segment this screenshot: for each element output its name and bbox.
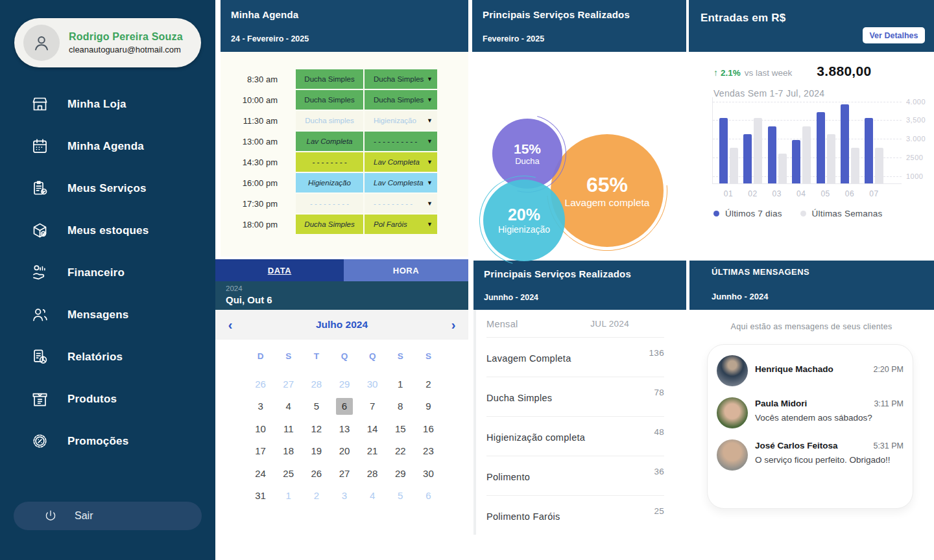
sidebar-item-meus-estoques[interactable]: Meus estoques bbox=[0, 209, 215, 251]
calendar-day[interactable]: 29 bbox=[330, 373, 358, 395]
bar-ultimos-7-dias bbox=[768, 126, 776, 183]
calendar-day[interactable]: 10 bbox=[246, 417, 274, 440]
services-period-row: Mensal JUL 2024 bbox=[486, 310, 664, 338]
agenda-slot-dropdown[interactable]: Ducha Simples▼ bbox=[365, 90, 437, 110]
entradas-title: Entradas em R$ bbox=[700, 12, 785, 25]
calendar-day[interactable]: 5 bbox=[302, 395, 330, 418]
sidebar-item-minha-loja[interactable]: Minha Loja bbox=[0, 83, 215, 125]
calendar-day[interactable]: 16 bbox=[414, 417, 442, 440]
agenda-slot-dropdown[interactable]: - - - - - - - - -▼ bbox=[365, 194, 437, 213]
calendar-day[interactable]: 25 bbox=[274, 462, 302, 485]
bar-ultimas-semanas bbox=[754, 118, 762, 183]
agenda-slot-left[interactable]: Higienização bbox=[296, 173, 363, 192]
sidebar-menu: Minha LojaMinha AgendaMeus ServiçosMeus … bbox=[0, 83, 215, 462]
legend-dot bbox=[713, 211, 719, 216]
calendar-day[interactable]: 8 bbox=[387, 395, 414, 418]
calendar-day[interactable]: 6 bbox=[414, 485, 442, 508]
calendar-day[interactable]: 4 bbox=[359, 485, 387, 508]
calendar-day[interactable]: 23 bbox=[414, 440, 442, 463]
agenda-slot-left[interactable]: Ducha Simples bbox=[296, 69, 363, 89]
calendar-day[interactable]: 3 bbox=[330, 485, 358, 508]
calendar-day[interactable]: 3 bbox=[246, 395, 274, 418]
day-number: 26 bbox=[252, 375, 269, 392]
calendar-day[interactable]: 14 bbox=[359, 417, 387, 440]
agenda-slot-left[interactable]: Lav Completa bbox=[296, 132, 363, 151]
calendar-day[interactable]: 5 bbox=[387, 485, 414, 508]
calendar-day[interactable]: 22 bbox=[387, 440, 414, 463]
agenda-slot-dropdown[interactable]: Ducha Simples▼ bbox=[365, 69, 437, 89]
message-item[interactable]: Henrique Machado2:20 PM bbox=[717, 353, 904, 386]
sidebar-item-minha-agenda[interactable]: Minha Agenda bbox=[0, 125, 215, 167]
day-number: 25 bbox=[280, 465, 297, 482]
tab-data[interactable]: DATA bbox=[215, 259, 344, 281]
sidebar: Rodrigo Pereira Souza cleanautoguaru@hot… bbox=[0, 0, 215, 560]
day-number: 2 bbox=[308, 487, 325, 504]
calendar-day[interactable]: 19 bbox=[302, 440, 330, 463]
calendar-day[interactable]: 20 bbox=[330, 440, 358, 463]
agenda-slot-dropdown[interactable]: Pol Faróis▼ bbox=[365, 215, 437, 234]
sidebar-item-produtos[interactable]: Produtos bbox=[0, 378, 215, 420]
sidebar-item-mensagens[interactable]: Mensagens bbox=[0, 294, 215, 336]
agenda-slot-left[interactable]: Ducha Simples bbox=[296, 90, 363, 110]
day-number: 29 bbox=[336, 375, 353, 392]
calendar-day[interactable]: 28 bbox=[359, 462, 387, 485]
agenda-slot-label: Pol Faróis bbox=[374, 220, 407, 228]
agenda-slot-dropdown[interactable]: - - - - - - - - - -▼ bbox=[365, 132, 437, 151]
calendar-day[interactable]: 4 bbox=[274, 395, 302, 418]
tab-hora[interactable]: HORA bbox=[344, 259, 468, 281]
message-time: 5:31 PM bbox=[873, 441, 904, 450]
message-text: O serviço ficou perfeito. Obrigado!! bbox=[755, 455, 904, 465]
calendar-day[interactable]: 18 bbox=[274, 440, 302, 463]
calendar-day[interactable]: 9 bbox=[414, 395, 442, 418]
agenda-time: 11:30 am bbox=[228, 116, 294, 126]
ver-detalhes-button[interactable]: Ver Detalhes bbox=[863, 27, 925, 43]
message-item[interactable]: José Carlos Feitosa5:31 PMO serviço fico… bbox=[717, 437, 904, 471]
calendar-day[interactable]: 26 bbox=[302, 462, 330, 485]
chevron-left-icon[interactable]: ‹ bbox=[215, 318, 245, 332]
calendar-day[interactable]: 12 bbox=[302, 417, 330, 440]
calendar-day[interactable]: 11 bbox=[274, 417, 302, 440]
agenda-slot-label: - - - - - - - - - - bbox=[374, 137, 417, 145]
calendar-day[interactable]: 6 bbox=[330, 395, 358, 418]
calendar-day[interactable]: 30 bbox=[359, 373, 387, 395]
calendar-day[interactable]: 30 bbox=[414, 462, 442, 485]
agenda-panel: 8:30 amDucha SimplesDucha Simples▼10:00 … bbox=[221, 52, 468, 257]
agenda-slot-left[interactable]: - - - - - - - - - bbox=[296, 194, 363, 213]
calendar-day[interactable]: 29 bbox=[387, 462, 414, 485]
calendar-day[interactable]: 28 bbox=[302, 373, 330, 395]
period-label: Mensal bbox=[486, 319, 518, 329]
calendar-day[interactable]: 21 bbox=[359, 440, 387, 463]
calendar-day[interactable]: 1 bbox=[274, 485, 302, 508]
calendar-day[interactable]: 31 bbox=[246, 485, 274, 508]
agenda-slot-left[interactable]: - - - - - - - - bbox=[296, 152, 363, 172]
calendar-day[interactable]: 27 bbox=[330, 462, 358, 485]
agenda-slot-dropdown[interactable]: Lav Completa▼ bbox=[365, 152, 437, 172]
message-item[interactable]: Paula Midori3:11 PMVocês atendem aos sáb… bbox=[717, 395, 904, 428]
weekday-label: T bbox=[302, 351, 330, 361]
calendar-day[interactable]: 24 bbox=[246, 462, 274, 485]
agenda-slot-left[interactable]: Ducha simples bbox=[296, 111, 363, 130]
services-bubble-chart: 15%Ducha65%Lavagem completa20%Higienizaç… bbox=[472, 52, 686, 257]
message-top: Henrique Machado2:20 PM bbox=[755, 364, 904, 374]
sidebar-item-promocoes[interactable]: Promoções bbox=[0, 420, 215, 462]
agenda-time: 13:00 am bbox=[228, 137, 294, 146]
calendar-day[interactable]: 26 bbox=[246, 373, 274, 395]
calendar-day[interactable]: 7 bbox=[359, 395, 387, 418]
agenda-time: 16:00 pm bbox=[228, 178, 294, 188]
profile-card[interactable]: Rodrigo Pereira Souza cleanautoguaru@hot… bbox=[14, 18, 201, 67]
agenda-slot-left[interactable]: Ducha Simples bbox=[296, 215, 363, 234]
sidebar-item-meus-servicos[interactable]: Meus Serviços bbox=[0, 167, 215, 209]
agenda-slot-dropdown[interactable]: Lav Complesta▼ bbox=[365, 173, 437, 192]
agenda-slot-dropdown[interactable]: Higienização▼ bbox=[365, 111, 437, 130]
calendar-day[interactable]: 13 bbox=[330, 417, 358, 440]
calendar-day[interactable]: 15 bbox=[387, 417, 414, 440]
logout-button[interactable]: Sair bbox=[14, 502, 202, 530]
calendar-day[interactable]: 27 bbox=[274, 373, 302, 395]
calendar-day[interactable]: 17 bbox=[246, 440, 274, 463]
calendar-day[interactable]: 2 bbox=[414, 373, 442, 395]
calendar-day[interactable]: 2 bbox=[302, 485, 330, 508]
calendar-day[interactable]: 1 bbox=[387, 373, 414, 395]
sidebar-item-relatorios[interactable]: Relatórios bbox=[0, 336, 215, 378]
sidebar-item-financeiro[interactable]: Financeiro bbox=[0, 251, 215, 294]
chevron-right-icon[interactable]: › bbox=[438, 318, 468, 332]
